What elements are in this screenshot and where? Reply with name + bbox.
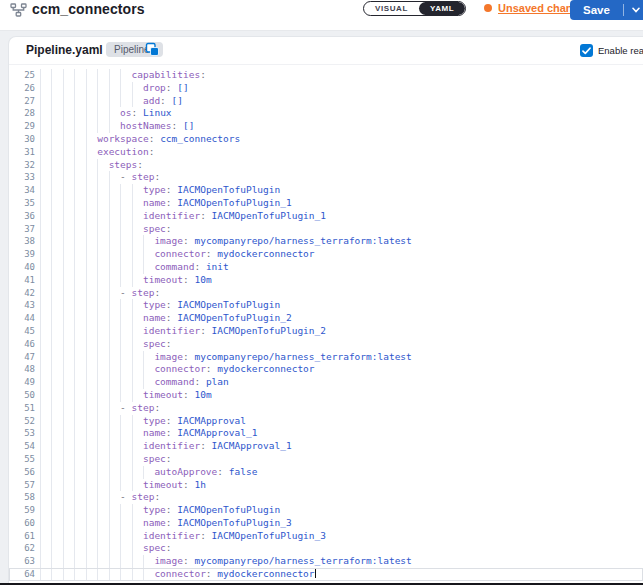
code-line[interactable]: 29hostNames: [] [9,120,643,133]
indent-guides [40,95,143,108]
code-line[interactable]: 26drop: [] [9,82,643,95]
code-line[interactable]: 64connector: mydockerconnector [9,568,643,581]
code-line[interactable]: 31execution: [9,146,643,159]
indent-guides [40,299,143,312]
code-line[interactable]: 27add: [] [9,95,643,108]
code-line[interactable]: 49command: plan [9,376,643,389]
yaml-key: spec [143,338,166,349]
indent-guides [40,210,143,223]
yaml-value: IACMOpenTofuPlugin_1 [212,210,326,221]
code-line[interactable]: 50timeout: 10m [9,389,643,402]
yaml-key: drop [143,82,166,93]
code-line[interactable]: 63image: mycompanyrepo/harness_terraform… [9,555,643,568]
line-number: 47 [9,351,40,364]
yaml-key: spec [143,542,166,553]
checkbox-checked-icon[interactable] [580,44,593,57]
line-number: 41 [9,274,40,287]
code-line[interactable]: 34type: IACMOpenTofuPlugin [9,184,643,197]
line-number: 50 [9,389,40,402]
line-number: 32 [9,159,40,172]
code-line[interactable]: 37spec: [9,223,643,236]
indent-guides [40,376,154,389]
code-line[interactable]: 47image: mycompanyrepo/harness_terraform… [9,351,643,364]
code-line[interactable]: 30workspace: ccm_connectors [9,133,643,146]
code-line[interactable]: 55spec: [9,453,643,466]
line-number: 28 [9,107,40,120]
yaml-key: spec [143,453,166,464]
code-line[interactable]: 54identifier: IACMApproval_1 [9,440,643,453]
line-number: 44 [9,312,40,325]
save-button[interactable]: Save [570,4,623,16]
save-split-button[interactable]: Save [570,0,643,20]
copy-icon[interactable] [145,42,160,61]
indent-guides [40,82,143,95]
code-line[interactable]: 42- step: [9,287,643,300]
indent-guides [40,542,143,555]
code-line[interactable]: 45identifier: IACMOpenTofuPlugin_2 [9,325,643,338]
line-number: 57 [9,479,40,492]
yaml-key: step [132,171,155,182]
yaml-key: name [143,197,166,208]
code-line[interactable]: 61identifier: IACMOpenTofuPlugin_3 [9,530,643,543]
line-number: 36 [9,210,40,223]
code-line[interactable]: 28os: Linux [9,107,643,120]
code-line[interactable]: 52type: IACMApproval [9,415,643,428]
toggle-option-visual[interactable]: VISUAL [364,2,419,15]
indent-guides [40,517,143,530]
indent-guides [40,338,143,351]
yaml-key: name [143,427,166,438]
yaml-editor[interactable]: 25capabilities:26drop: []27add: []28os: … [9,66,643,585]
tab-pipeline-yaml[interactable]: Pipeline.yaml [26,43,103,57]
code-line[interactable]: 48connector: mydockerconnector [9,363,643,376]
code-line[interactable]: 53name: IACMApproval_1 [9,427,643,440]
code-line[interactable]: 33- step: [9,171,643,184]
code-line[interactable]: 51- step: [9,402,643,415]
code-line[interactable]: 41timeout: 10m [9,274,643,287]
visual-yaml-toggle[interactable]: VISUAL YAML [363,1,466,16]
code-line[interactable]: 44name: IACMOpenTofuPlugin_2 [9,312,643,325]
line-number: 42 [9,287,40,300]
code-line[interactable]: 56autoApprove: false [9,466,643,479]
line-number: 33 [9,171,40,184]
line-number: 29 [9,120,40,133]
enable-read-label: Enable read/ [598,45,643,56]
code-line[interactable]: 46spec: [9,338,643,351]
indent-guides [40,504,143,517]
code-line[interactable]: 39connector: mydockerconnector [9,248,643,261]
code-line[interactable]: 40command: init [9,261,643,274]
yaml-key: connector [154,248,205,259]
indent-guides [40,146,97,159]
line-number: 51 [9,402,40,415]
indent-guides [40,235,154,248]
code-line[interactable]: 38image: mycompanyrepo/harness_terraform… [9,235,643,248]
yaml-value: init [206,261,229,272]
code-line[interactable]: 36identifier: IACMOpenTofuPlugin_1 [9,210,643,223]
yaml-key: timeout [143,389,183,400]
yaml-value: [] [183,120,194,131]
code-line[interactable]: 43type: IACMOpenTofuPlugin [9,299,643,312]
yaml-value: IACMOpenTofuPlugin_2 [212,325,326,336]
code-line[interactable]: 58- step: [9,491,643,504]
chevron-down-icon[interactable] [624,7,643,13]
indent-guides [40,312,143,325]
code-line[interactable]: 35name: IACMOpenTofuPlugin_1 [9,197,643,210]
line-number: 64 [9,568,40,581]
line-number: 49 [9,376,40,389]
line-number: 43 [9,299,40,312]
code-line[interactable]: 57timeout: 1h [9,479,643,492]
line-number: 54 [9,440,40,453]
yaml-key: image [154,351,183,362]
yaml-key: step [132,402,155,413]
line-number: 40 [9,261,40,274]
toggle-option-yaml[interactable]: YAML [419,2,465,15]
indent-guides [40,479,143,492]
line-number: 38 [9,235,40,248]
yaml-key: execution [97,146,148,157]
line-number: 25 [9,69,40,82]
code-line[interactable]: 62spec: [9,542,643,555]
code-line[interactable]: 25capabilities: [9,69,643,82]
yaml-key: capabilities [132,69,201,80]
code-line[interactable]: 60name: IACMOpenTofuPlugin_3 [9,517,643,530]
code-line[interactable]: 59type: IACMOpenTofuPlugin [9,504,643,517]
code-line[interactable]: 32steps: [9,159,643,172]
